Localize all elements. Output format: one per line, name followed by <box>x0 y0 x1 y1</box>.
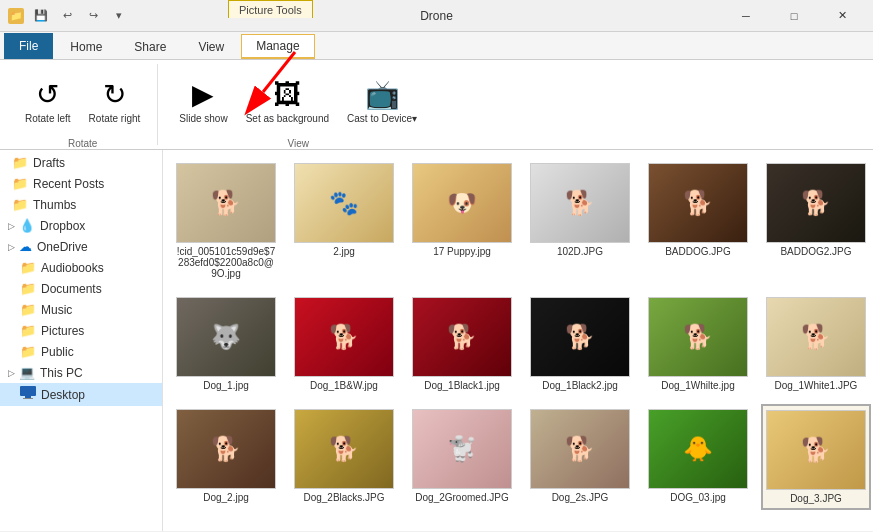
sidebar-item-recent-posts[interactable]: 📁 Recent Posts <box>0 173 162 194</box>
app-icon: 📁 <box>8 8 24 24</box>
thumb-filename: Dog_1White1.JPG <box>775 380 858 391</box>
documents-label: Documents <box>41 282 102 296</box>
rotate-left-icon: ↺ <box>36 78 59 111</box>
dropbox-label: Dropbox <box>40 219 85 233</box>
svg-rect-2 <box>20 386 36 396</box>
sidebar-item-thumbs[interactable]: 📁 Thumbs <box>0 194 162 215</box>
sidebar-item-dropbox[interactable]: ▷ 💧 Dropbox <box>0 215 162 236</box>
sidebar-item-drafts[interactable]: 📁 Drafts <box>0 152 162 173</box>
thumbs-label: Thumbs <box>33 198 76 212</box>
sidebar-item-public[interactable]: 📁 Public <box>0 341 162 362</box>
pictures-label: Pictures <box>41 324 84 338</box>
set-background-button[interactable]: 🖼 Set as background <box>239 66 336 136</box>
title-bar: 📁 💾 ↩ ↪ ▾ Picture Tools Drone ─ □ ✕ <box>0 0 873 32</box>
thumbnail-img: 🐕 <box>766 410 866 490</box>
thumb-filename: BADDOG2.JPG <box>780 246 851 257</box>
list-item[interactable]: 🐕 102D.JPG <box>525 158 635 284</box>
expand-icon-od: ▷ <box>8 242 15 252</box>
tab-share[interactable]: Share <box>119 35 181 59</box>
window-title: Drone <box>420 9 453 23</box>
sidebar-item-audiobooks[interactable]: 📁 Audiobooks <box>0 257 162 278</box>
public-icon: 📁 <box>20 344 36 359</box>
drafts-folder-icon: 📁 <box>12 155 28 170</box>
sidebar-item-documents[interactable]: 📁 Documents <box>0 278 162 299</box>
list-item[interactable]: 🐕 Dog_3.JPG <box>761 404 871 510</box>
rotate-right-button[interactable]: ↻ Rotate right <box>82 66 148 136</box>
music-icon: 📁 <box>20 302 36 317</box>
sidebar-item-music[interactable]: 📁 Music <box>0 299 162 320</box>
title-bar-left: 📁 💾 ↩ ↪ ▾ <box>8 7 128 25</box>
set-background-icon: 🖼 <box>273 78 301 111</box>
tab-manage[interactable]: Manage <box>241 34 314 59</box>
main-layout: 📁 Drafts 📁 Recent Posts 📁 Thumbs ▷ 💧 Dro… <box>0 150 873 531</box>
expand-icon-db: ▷ <box>8 221 15 231</box>
list-item[interactable]: 🐾 2.jpg <box>289 158 399 284</box>
thumbnail-img: 🐥 <box>648 409 748 489</box>
list-item[interactable]: 🐕 Dog_1Black1.jpg <box>407 292 517 396</box>
list-item[interactable]: 🐕 Dog_2Blacks.JPG <box>289 404 399 510</box>
qat-undo[interactable]: ↩ <box>58 7 76 25</box>
qat-dropdown[interactable]: ▾ <box>110 7 128 25</box>
thumb-filename: 102D.JPG <box>557 246 603 257</box>
qat-redo[interactable]: ↪ <box>84 7 102 25</box>
recent-posts-folder-icon: 📁 <box>12 176 28 191</box>
thumbnail-img: 🐩 <box>412 409 512 489</box>
thumbs-folder-icon: 📁 <box>12 197 28 212</box>
slideshow-button[interactable]: ▶ Slide show <box>172 66 234 136</box>
maximize-button[interactable]: □ <box>771 0 817 32</box>
rotate-left-button[interactable]: ↺ Rotate left <box>18 66 78 136</box>
rotate-buttons: ↺ Rotate left ↻ Rotate right <box>18 66 147 136</box>
list-item[interactable]: 🐩 Dog_2Groomed.JPG <box>407 404 517 510</box>
tab-home[interactable]: Home <box>55 35 117 59</box>
thumbnail-img: 🐾 <box>294 163 394 243</box>
thumbnail-img: 🐕 <box>412 297 512 377</box>
this-pc-label: This PC <box>40 366 83 380</box>
sidebar-item-onedrive[interactable]: ▷ ☁ OneDrive <box>0 236 162 257</box>
slideshow-icon: ▶ <box>192 78 214 111</box>
list-item[interactable]: 🐺 Dog_1.jpg <box>171 292 281 396</box>
minimize-button[interactable]: ─ <box>723 0 769 32</box>
ribbon: ↺ Rotate left ↻ Rotate right Rotate ▶ Sl… <box>0 60 873 150</box>
thumb-filename: Dog_1Whilte.jpg <box>661 380 734 391</box>
list-item[interactable]: 🐕 Dog_1Whilte.jpg <box>643 292 753 396</box>
thumb-filename: Dog_1.jpg <box>203 380 249 391</box>
this-pc-icon: 💻 <box>19 365 35 380</box>
thumbnails-grid: 🐕 !cid_005101c59d9e$7283efd0$2200a8c0@9O… <box>171 158 865 510</box>
tab-view[interactable]: View <box>183 35 239 59</box>
list-item[interactable]: 🐶 17 Puppy.jpg <box>407 158 517 284</box>
list-item[interactable]: 🐥 DOG_03.jpg <box>643 404 753 510</box>
thumbnail-img: 🐕 <box>294 409 394 489</box>
tab-file[interactable]: File <box>4 33 53 59</box>
content-area[interactable]: 🐕 !cid_005101c59d9e$7283efd0$2200a8c0@9O… <box>163 150 873 531</box>
close-button[interactable]: ✕ <box>819 0 865 32</box>
thumb-filename: Dog_2Groomed.JPG <box>415 492 508 503</box>
slideshow-label: Slide show <box>179 113 227 125</box>
list-item[interactable]: 🐕 BADDOG2.JPG <box>761 158 871 284</box>
sidebar-item-pictures[interactable]: 📁 Pictures <box>0 320 162 341</box>
onedrive-icon: ☁ <box>19 239 32 254</box>
public-label: Public <box>41 345 74 359</box>
list-item[interactable]: 🐕 BADDOG.JPG <box>643 158 753 284</box>
sidebar-item-this-pc[interactable]: ▷ 💻 This PC <box>0 362 162 383</box>
qat-save[interactable]: 💾 <box>32 7 50 25</box>
list-item[interactable]: 🐕 Dog_2.jpg <box>171 404 281 510</box>
list-item[interactable]: 🐕 Dog_1White1.JPG <box>761 292 871 396</box>
list-item[interactable]: 🐕 Dog_2s.JPG <box>525 404 635 510</box>
cast-button[interactable]: 📺 Cast to Device▾ <box>340 66 424 136</box>
onedrive-label: OneDrive <box>37 240 88 254</box>
thumb-filename: Dog_2Blacks.JPG <box>303 492 384 503</box>
thumb-filename: Dog_1Black1.jpg <box>424 380 500 391</box>
list-item[interactable]: 🐕 !cid_005101c59d9e$7283efd0$2200a8c0@9O… <box>171 158 281 284</box>
documents-icon: 📁 <box>20 281 36 296</box>
rotate-group-label: Rotate <box>68 136 97 149</box>
desktop-label: Desktop <box>41 388 85 402</box>
list-item[interactable]: 🐕 Dog_1Black2.jpg <box>525 292 635 396</box>
list-item[interactable]: 🐕 Dog_1B&W.jpg <box>289 292 399 396</box>
thumb-filename: DOG_03.jpg <box>670 492 726 503</box>
cast-label: Cast to Device▾ <box>347 113 417 125</box>
view-group-label: View <box>287 136 309 149</box>
ribbon-tabs: File Home Share View Manage <box>0 32 873 60</box>
sidebar-item-desktop[interactable]: Desktop <box>0 383 162 406</box>
thumb-filename: 2.jpg <box>333 246 355 257</box>
cast-icon: 📺 <box>365 78 400 111</box>
